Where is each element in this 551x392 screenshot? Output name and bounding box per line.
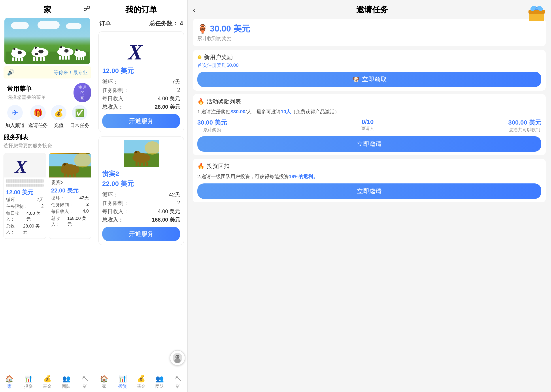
claim-button[interactable]: 🐶 立即领取: [197, 72, 541, 87]
mid-nav-team-label: 团队: [155, 383, 164, 389]
menu-section-info: 常用菜单 选择您需要的菜单: [4, 83, 50, 103]
order-card-2: 贵宾2 22.00 美元 循环： 42天 任务限制： 2 每日收入： 4.00 …: [98, 136, 184, 245]
svg-point-37: [62, 163, 70, 169]
svg-rect-14: [40, 56, 42, 61]
svg-rect-6: [18, 57, 20, 61]
x-logo-svg: X: [14, 155, 36, 175]
svg-rect-5: [15, 57, 17, 61]
svg-text:X: X: [127, 40, 143, 63]
nav-fund[interactable]: 💰 基金: [41, 375, 54, 389]
quick-actions: ✈ 加入频道 🎁 邀请任务 💰 充值 ✅ 日常任务: [0, 103, 95, 131]
service-card-2-cycle: 循环： 42天: [51, 195, 89, 201]
mid-nav-fund-label: 基金: [137, 383, 145, 389]
join-channel-label: 加入频道: [5, 122, 25, 129]
svg-rect-12: [33, 56, 35, 61]
claim-icon: 🐶: [352, 76, 360, 83]
recharge-label: 充值: [54, 122, 64, 129]
back-button[interactable]: ‹: [193, 6, 195, 14]
nav-team[interactable]: 👥 团队: [60, 375, 73, 389]
mid-nav-invest-label: 投资: [118, 383, 127, 389]
middle-title: 我的订单: [125, 5, 157, 14]
svg-point-49: [135, 151, 137, 153]
cloud3: [66, 23, 81, 29]
service-card-1[interactable]: X 12.00 美元 循环： 7天 任务限制： 2 每日收入： 4.00: [4, 153, 46, 239]
open-service-btn-1[interactable]: 开通服务: [102, 114, 180, 128]
stat-total-receive: 300.00 美元 您总共可以收到: [508, 118, 541, 133]
activity-stats: 30.00 美元 累计奖励 0/10 邀请人 300.00 美元 您总共可以收到: [197, 118, 541, 133]
nav-home[interactable]: 🏠 家: [3, 375, 16, 389]
svg-point-3: [14, 48, 16, 50]
nav-mine[interactable]: ⛏ 矿: [79, 375, 92, 389]
lucky-line1: 幸运的: [77, 85, 88, 95]
svg-rect-42: [74, 174, 76, 177]
recharge-icon: 💰: [51, 105, 66, 120]
menu-title: 常用菜单: [4, 83, 50, 94]
order-1-cycle: 循环： 7天: [102, 78, 180, 86]
svg-rect-30: [78, 57, 80, 60]
svg-rect-41: [71, 174, 73, 177]
order-card-2-image: [124, 140, 159, 167]
right-content: 🏺 30.00 美元 累计收到的奖励 🪙 新用户奖励 首次注册奖励$0.00 🐶…: [188, 19, 551, 206]
customer-service-float[interactable]: 客服: [170, 350, 185, 365]
svg-rect-63: [529, 10, 545, 14]
service-card-1-body: 12.00 美元 循环： 7天 任务限制： 2 每日收入： 4.00 美元 总收…: [4, 177, 46, 236]
left-title: 家: [44, 4, 51, 15]
cow-scene-svg: [49, 153, 91, 177]
svg-rect-15: [43, 56, 45, 61]
nav-team-label: 团队: [62, 383, 71, 389]
service-card-2-task-limit: 任务限制： 2: [51, 201, 89, 208]
lucky-button[interactable]: 幸运的 画: [73, 83, 91, 102]
mine-icon: ⛏: [82, 375, 88, 383]
service-card-2-image: [49, 153, 91, 177]
service-card-1-task-limit: 任务限制： 2: [6, 203, 44, 210]
service-card-2-daily: 每日收入： 4.0: [51, 208, 89, 215]
new-user-link[interactable]: 首次注册奖励$0.00: [197, 62, 541, 69]
reward-amount-section: 🏺 30.00 美元 累计收到的奖励: [193, 19, 546, 46]
order-label: 订单: [99, 20, 111, 27]
daily-task-label: 日常任务: [70, 122, 89, 129]
order-1-total: 总收入： 28.00 美元: [102, 103, 180, 111]
nav-invest-label: 投资: [24, 383, 33, 389]
message-icon[interactable]: ☍: [83, 4, 90, 13]
service-card-2-price: 22.00 美元: [51, 187, 89, 195]
invite-btn-2[interactable]: 立即邀请: [197, 183, 541, 199]
mid-nav-fund[interactable]: 💰 基金: [134, 375, 148, 389]
right-panel: ‹ 邀请任务: [188, 0, 551, 392]
channel-icon: ✈: [7, 105, 23, 120]
quick-action-daily-task[interactable]: ✅ 日常任务: [70, 105, 89, 129]
cloud1: [11, 22, 29, 29]
nav-invest[interactable]: 📊 投资: [22, 375, 35, 389]
mid-nav-invest[interactable]: 📊 投资: [116, 375, 129, 389]
invite-btn-1[interactable]: 立即邀请: [197, 136, 541, 152]
quick-action-invite[interactable]: 🎁 邀请任务: [28, 105, 48, 129]
mid-home-icon: 🏠: [100, 375, 108, 383]
order-1-daily: 每日收入： 4.00 美元: [102, 94, 180, 103]
nav-mine-label: 矿: [83, 383, 87, 389]
stat-cumulative: 30.00 美元 累计奖励: [197, 118, 227, 133]
mid-nav-mine[interactable]: ⛏ 矿: [172, 375, 185, 389]
investment-header: 🔥 投资回扣: [197, 162, 541, 170]
stat2-val: 0/10: [361, 118, 374, 126]
reward-amount-value: 30.00 美元: [210, 23, 250, 34]
order-card-1-logo: X: [102, 35, 180, 64]
cows-illustration: [4, 39, 90, 64]
team-icon: 👥: [62, 375, 70, 383]
quick-action-join-channel[interactable]: ✈ 加入频道: [5, 105, 25, 129]
svg-rect-52: [143, 162, 145, 166]
activity-header: 🔥 活动奖励列表: [197, 98, 541, 105]
service-card-2-body: 贵宾2 22.00 美元 循环： 42天 任务限制： 2 每日收入： 4.0 总…: [49, 177, 91, 229]
service-card-2[interactable]: 贵宾2 22.00 美元 循环： 42天 任务限制： 2 每日收入： 4.0 总…: [49, 153, 91, 239]
mid-nav-team[interactable]: 👥 团队: [153, 375, 166, 389]
service-card-1-total: 总收入： 28.00 美元: [6, 223, 44, 235]
open-service-btn-2[interactable]: 开通服务: [102, 227, 180, 241]
activity-title: 活动奖励列表: [207, 98, 241, 105]
stat3-label: 您总共可以收到: [508, 127, 541, 133]
new-user-section: 🪙 新用户奖励 首次注册奖励$0.00 🐶 立即领取: [193, 50, 546, 91]
mid-nav-home[interactable]: 🏠 家: [98, 375, 111, 389]
announcement-link[interactable]: 等你来！最专业: [54, 69, 88, 76]
quick-action-recharge[interactable]: 💰 充值: [51, 105, 66, 129]
stat1-label: 累计奖励: [197, 127, 227, 133]
service-card-1-price: 12.00 美元: [6, 189, 44, 196]
menu-section-row: 常用菜单 选择您需要的菜单 幸运的 画: [0, 81, 95, 103]
order-card-1: X 12.00 美元 循环： 7天 任务限制： 2 每日收入： 4.00 美元 …: [98, 31, 184, 132]
